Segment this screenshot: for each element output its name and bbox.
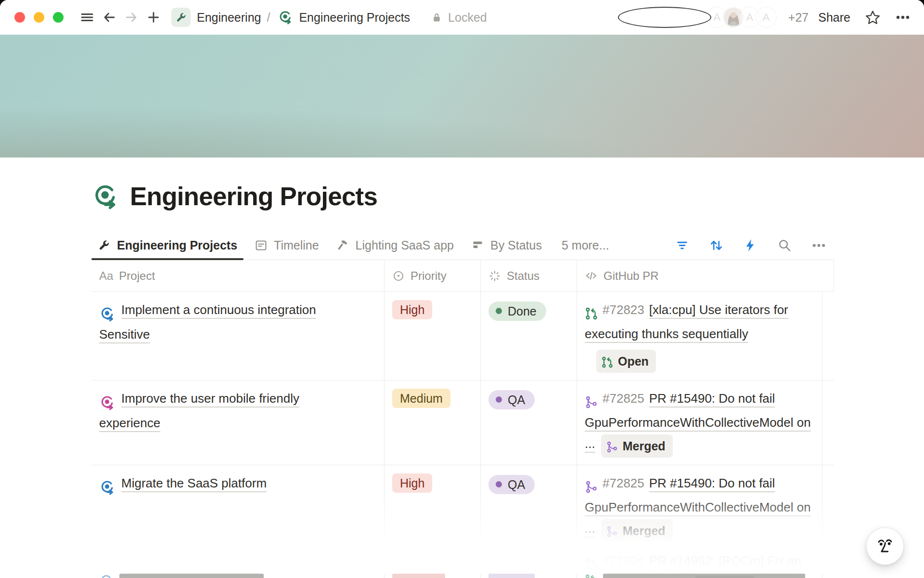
project-cell-preview bbox=[91, 574, 385, 578]
more-views-button[interactable]: 5 more... bbox=[562, 238, 609, 252]
sort-icon[interactable] bbox=[709, 238, 724, 253]
topbar-right: A A A +27 Share bbox=[618, 7, 911, 28]
status-cell[interactable]: QA bbox=[481, 381, 577, 465]
avatar-letter: A bbox=[746, 11, 754, 24]
pr-state-badge[interactable]: Merged bbox=[601, 519, 673, 542]
priority-tag[interactable]: High bbox=[392, 300, 432, 319]
pr-state-label: Merged bbox=[623, 520, 666, 541]
tab-lighting-saas-app[interactable]: Lighting SaaS app bbox=[330, 231, 460, 260]
view-more-options-icon[interactable] bbox=[811, 238, 826, 253]
avatar[interactable]: A bbox=[756, 7, 777, 28]
breadcrumb: Engineering / Engineering Projects bbox=[171, 8, 410, 27]
status-pill[interactable]: QA bbox=[488, 475, 535, 494]
column-label: Priority bbox=[411, 269, 447, 283]
project-cell[interactable]: Implement a continuous integration Sensi… bbox=[91, 292, 385, 380]
tab-engineering-projects[interactable]: Engineering Projects bbox=[91, 231, 244, 260]
status-label: QA bbox=[508, 476, 525, 493]
notion-ai-button[interactable] bbox=[866, 527, 904, 565]
pr-entry: #72825PR #15490: Do not fail GpuPerforma… bbox=[585, 388, 814, 458]
tab-timeline[interactable]: Timeline bbox=[248, 231, 325, 260]
git-pull-request-icon bbox=[585, 574, 597, 578]
pr-number: #72823 bbox=[603, 302, 644, 317]
avatar[interactable] bbox=[618, 7, 711, 28]
project-cell[interactable]: Improve the user mobile friendly experie… bbox=[91, 381, 385, 465]
view-tabs-bar: Engineering Projects Timeline Lighting S… bbox=[91, 231, 834, 260]
breadcrumb-root[interactable]: Engineering bbox=[197, 11, 261, 25]
pr-entry: #72825PR #15490: Do not fail GpuPerforma… bbox=[585, 473, 814, 542]
github-pr-cell[interactable]: #72825PR #15490: Do not fail GpuPerforma… bbox=[577, 465, 822, 578]
zoom-window-button[interactable] bbox=[53, 12, 64, 23]
status-cell[interactable]: QA bbox=[481, 465, 577, 578]
forward-button[interactable] bbox=[120, 6, 142, 28]
text-type-icon: Aa bbox=[99, 269, 113, 283]
new-tab-button[interactable] bbox=[142, 6, 165, 28]
tab-by-status[interactable]: By Status bbox=[465, 231, 548, 260]
priority-cell[interactable]: Medium bbox=[385, 381, 481, 465]
status-cell-preview bbox=[481, 574, 577, 578]
sidebar-toggle-button[interactable] bbox=[76, 6, 98, 28]
text-preview bbox=[603, 574, 805, 578]
project-title-link[interactable]: Implement a continuous integration Sensi… bbox=[99, 302, 316, 342]
locked-indicator[interactable]: Locked bbox=[430, 11, 487, 25]
table-row: Improve the user mobile friendly experie… bbox=[91, 381, 834, 465]
status-label: QA bbox=[508, 392, 525, 408]
share-button[interactable]: Share bbox=[818, 11, 850, 25]
wrench-icon[interactable] bbox=[171, 8, 191, 27]
column-header-github-pr[interactable]: GitHub PR bbox=[577, 260, 834, 291]
git-merge-icon bbox=[585, 479, 598, 493]
project-title-link[interactable]: Improve the user mobile friendly experie… bbox=[99, 391, 299, 430]
pr-state-label: Merged bbox=[623, 435, 666, 457]
project-title-link[interactable]: Migrate the SaaS platform bbox=[121, 476, 267, 490]
app-window: Engineering / Engineering Projects Locke… bbox=[0, 0, 924, 578]
avatar-letter: A bbox=[763, 11, 770, 24]
pill-preview bbox=[488, 574, 535, 578]
back-button[interactable] bbox=[98, 6, 120, 28]
more-options-icon[interactable] bbox=[895, 10, 911, 25]
git-pull-request-icon bbox=[585, 556, 598, 571]
status-label: Done bbox=[508, 303, 537, 319]
cycle-icon[interactable] bbox=[91, 183, 119, 210]
column-header-priority[interactable]: Priority bbox=[385, 260, 481, 291]
ai-face-icon bbox=[874, 535, 896, 557]
column-header-status[interactable]: Status bbox=[481, 260, 577, 291]
view-actions bbox=[675, 238, 834, 253]
status-pill[interactable]: Done bbox=[488, 302, 546, 321]
page-title[interactable]: Engineering Projects bbox=[130, 182, 377, 211]
cycle-icon bbox=[99, 394, 116, 409]
close-window-button[interactable] bbox=[14, 12, 25, 23]
priority-tag[interactable]: High bbox=[392, 473, 432, 493]
page-title-row: Engineering Projects bbox=[91, 182, 924, 211]
table-header-row: Aa Project Priority Status GitHub PR bbox=[91, 260, 834, 292]
favorite-star-icon[interactable] bbox=[865, 10, 881, 26]
git-pull-request-icon bbox=[585, 305, 598, 320]
tab-label: Lighting SaaS app bbox=[356, 238, 454, 252]
status-pill[interactable]: QA bbox=[488, 390, 535, 409]
priority-cell[interactable]: High bbox=[385, 465, 481, 578]
priority-tag[interactable]: Medium bbox=[392, 389, 450, 408]
project-cell[interactable]: Migrate the SaaS platform bbox=[91, 465, 385, 578]
text-preview bbox=[119, 574, 264, 578]
column-header-project[interactable]: Aa Project bbox=[91, 260, 385, 291]
status-dot bbox=[496, 308, 502, 314]
priority-cell[interactable]: High bbox=[385, 292, 481, 380]
minimize-window-button[interactable] bbox=[34, 12, 44, 23]
github-pr-cell[interactable]: #72825PR #15490: Do not fail GpuPerforma… bbox=[577, 381, 822, 465]
pr-state-label: Open bbox=[618, 351, 649, 372]
pr-number: #72824 bbox=[603, 553, 644, 568]
pr-state-badge[interactable]: Merged bbox=[601, 434, 673, 458]
cycle-icon bbox=[99, 574, 114, 578]
breadcrumb-page[interactable]: Engineering Projects bbox=[299, 11, 410, 25]
automations-lightning-icon[interactable] bbox=[743, 238, 758, 253]
status-cell[interactable]: Done bbox=[481, 292, 577, 380]
github-pr-cell-preview bbox=[577, 574, 834, 578]
pr-state-badge[interactable]: Open bbox=[596, 350, 656, 373]
search-icon[interactable] bbox=[777, 238, 792, 253]
status-dot bbox=[496, 481, 502, 487]
tag-preview bbox=[392, 574, 445, 578]
collaborator-overflow-count[interactable]: +27 bbox=[788, 11, 808, 25]
filter-icon[interactable] bbox=[675, 238, 690, 253]
collaborator-avatars: A A A bbox=[618, 7, 777, 28]
github-pr-cell[interactable]: #72823[xla:cpu] Use iterators for execut… bbox=[577, 292, 822, 380]
page-cover bbox=[0, 35, 924, 158]
status-dot bbox=[496, 396, 502, 403]
